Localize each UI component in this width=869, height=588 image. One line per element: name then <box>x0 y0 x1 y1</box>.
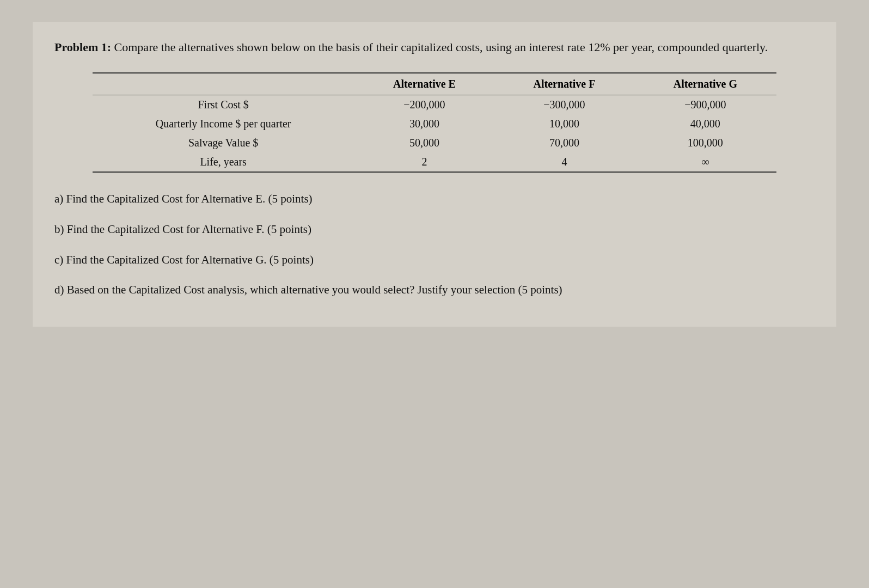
row-e-salvage-value: 50,000 <box>354 133 494 152</box>
row-e-quarterly-income: 30,000 <box>354 114 494 133</box>
col-header-alt-e: Alternative E <box>354 73 494 95</box>
row-f-salvage-value: 70,000 <box>494 133 634 152</box>
row-f-life: 4 <box>494 152 634 172</box>
col-header-label <box>93 73 354 95</box>
question-d: d) Based on the Capitalized Cost analysi… <box>54 280 815 301</box>
row-label-life: Life, years <box>93 152 354 172</box>
row-f-quarterly-income: 10,000 <box>494 114 634 133</box>
row-e-first-cost: −200,000 <box>354 95 494 115</box>
row-g-salvage-value: 100,000 <box>634 133 777 152</box>
row-e-life: 2 <box>354 152 494 172</box>
table-row: First Cost $ −200,000 −300,000 −900,000 <box>93 95 776 115</box>
row-g-first-cost: −900,000 <box>634 95 777 115</box>
table-row: Quarterly Income $ per quarter 30,000 10… <box>93 114 776 133</box>
row-label-first-cost: First Cost $ <box>93 95 354 115</box>
col-header-alt-g: Alternative G <box>634 73 777 95</box>
row-g-quarterly-income: 40,000 <box>634 114 777 133</box>
row-label-quarterly-income: Quarterly Income $ per quarter <box>93 114 354 133</box>
table-row: Salvage Value $ 50,000 70,000 100,000 <box>93 133 776 152</box>
comparison-table: Alternative E Alternative F Alternative … <box>93 72 776 173</box>
question-a: a) Find the Capitalized Cost for Alterna… <box>54 189 815 210</box>
col-header-alt-f: Alternative F <box>494 73 634 95</box>
question-b: b) Find the Capitalized Cost for Alterna… <box>54 219 815 240</box>
row-f-first-cost: −300,000 <box>494 95 634 115</box>
problem-label: Problem 1: <box>54 40 111 54</box>
problem-text: Compare the alternatives shown below on … <box>111 40 768 54</box>
questions-section: a) Find the Capitalized Cost for Alterna… <box>54 189 815 301</box>
problem-statement: Problem 1: Compare the alternatives show… <box>54 38 815 56</box>
content-area: Problem 1: Compare the alternatives show… <box>33 22 836 327</box>
question-c: c) Find the Capitalized Cost for Alterna… <box>54 250 815 271</box>
row-label-salvage-value: Salvage Value $ <box>93 133 354 152</box>
row-g-life: ∞ <box>634 152 777 172</box>
table-row: Life, years 2 4 ∞ <box>93 152 776 172</box>
